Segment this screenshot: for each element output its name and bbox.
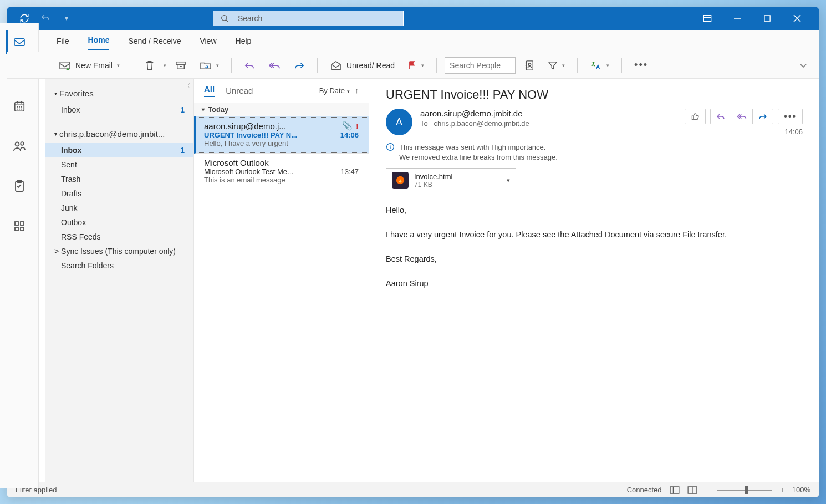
sort-direction-icon[interactable]: ↑	[355, 86, 359, 95]
ribbon-display-icon[interactable]	[701, 14, 714, 22]
folder-item-drafts[interactable]: Drafts	[45, 186, 193, 201]
folder-item-search-folders[interactable]: Search Folders	[45, 258, 193, 273]
reply-action-button[interactable]	[710, 109, 731, 124]
undo-icon[interactable]	[39, 13, 52, 23]
reply-button[interactable]	[239, 59, 259, 72]
archive-button[interactable]	[171, 58, 191, 73]
svg-point-5	[15, 142, 19, 146]
menu-file[interactable]: File	[57, 32, 69, 50]
filter-unread-tab[interactable]: Unread	[226, 86, 253, 95]
svg-point-16	[528, 63, 531, 65]
menu-help[interactable]: Help	[236, 32, 252, 50]
flag-icon	[408, 60, 417, 70]
forward-button[interactable]	[289, 59, 309, 72]
folder-item-sent[interactable]: Sent	[45, 157, 193, 172]
forward-icon	[294, 61, 305, 70]
message-list-pane: All Unread By Date ▾ ↑ ▾ Today aaron.sir…	[194, 79, 369, 482]
attachment-dropdown-icon[interactable]: ▾	[507, 177, 510, 184]
folder-pane: 〈 ▾Favorites Inbox 1 ▾chris.p.bacon@demo…	[45, 79, 194, 482]
maximize-icon[interactable]	[761, 14, 774, 22]
svg-rect-14	[176, 62, 185, 64]
ribbon: New Email ▾ ▾ ▾ Unread/ Read	[7, 52, 819, 79]
view-normal-icon[interactable]	[670, 486, 680, 494]
collapse-folders-icon[interactable]: 〈	[185, 82, 190, 90]
menu-view[interactable]: View	[200, 32, 216, 50]
info-icon	[386, 142, 395, 151]
zoom-slider[interactable]	[717, 490, 772, 491]
new-email-button[interactable]: New Email ▾	[54, 58, 124, 73]
reply-all-icon	[268, 61, 281, 70]
calendar-rail-icon[interactable]	[7, 94, 32, 119]
attachment-icon: 📎	[342, 121, 353, 131]
collapse-ribbon-icon[interactable]	[799, 63, 812, 68]
tasks-rail-icon[interactable]	[7, 174, 32, 198]
search-people-input[interactable]	[445, 57, 516, 74]
attachment-card[interactable]: Invoice.html 71 KB ▾	[386, 168, 516, 192]
menu-home[interactable]: Home	[88, 31, 110, 50]
reply-all-action-button[interactable]	[731, 109, 752, 124]
sync-icon[interactable]	[18, 13, 31, 23]
search-icon	[220, 14, 229, 23]
move-folder-icon	[200, 60, 212, 70]
sort-by-button[interactable]: By Date ▾	[319, 86, 350, 95]
more-options-button[interactable]: •••	[630, 57, 652, 73]
status-bar: Filter applied Connected − + 100%	[7, 482, 819, 497]
flag-button[interactable]: ▾	[404, 58, 429, 73]
minimize-icon[interactable]	[731, 14, 744, 22]
more-apps-rail-icon[interactable]	[7, 214, 32, 238]
menu-bar: File Home Send / Receive View Help	[7, 30, 819, 52]
delete-button[interactable]	[140, 58, 159, 73]
translate-button[interactable]: ▾	[585, 58, 614, 73]
filter-email-button[interactable]: ▾	[543, 58, 569, 73]
svg-point-6	[21, 142, 24, 145]
svg-rect-3	[14, 39, 24, 46]
svg-rect-9	[15, 222, 18, 225]
move-button[interactable]: ▾	[195, 58, 223, 73]
more-actions-button[interactable]: •••	[778, 109, 803, 124]
reply-all-button[interactable]	[264, 59, 285, 72]
qat-dropdown-icon[interactable]: ▾	[60, 14, 73, 22]
svg-rect-19	[670, 486, 679, 493]
message-item[interactable]: Microsoft OutlookMicrosoft Outlook Test …	[194, 154, 369, 190]
favorites-header[interactable]: ▾Favorites	[45, 84, 193, 103]
forward-action-button[interactable]	[752, 109, 773, 124]
delete-dropdown[interactable]: ▾	[164, 63, 166, 68]
email-time: 14:06	[784, 128, 803, 136]
filter-icon	[548, 60, 558, 70]
address-book-button[interactable]	[520, 58, 539, 73]
unread-read-button[interactable]: Unread/ Read	[325, 58, 399, 73]
folder-item-rss-feeds[interactable]: RSS Feeds	[45, 230, 193, 244]
global-search[interactable]: Search	[213, 11, 404, 26]
sender-avatar: A	[386, 109, 412, 135]
importance-icon: !	[356, 121, 359, 131]
zoom-out-icon[interactable]: −	[705, 486, 710, 494]
close-icon[interactable]	[791, 14, 804, 22]
people-rail-icon[interactable]	[7, 134, 32, 159]
folder-item-sync-issues-this-computer-only-[interactable]: > Sync Issues (This computer only)	[45, 244, 193, 258]
zoom-in-icon[interactable]: +	[780, 486, 784, 494]
folder-item-trash[interactable]: Trash	[45, 172, 193, 186]
like-button[interactable]	[685, 109, 706, 124]
folder-item-junk[interactable]: Junk	[45, 201, 193, 215]
mail-rail-icon[interactable]	[7, 30, 30, 54]
folder-item-inbox[interactable]: Inbox1	[45, 143, 193, 157]
message-item[interactable]: aaron.sirup@demo.j...📎!URGENT Invoice!!!…	[194, 116, 369, 154]
svg-rect-13	[60, 62, 70, 69]
archive-icon	[175, 60, 186, 70]
folder-favorites-inbox[interactable]: Inbox 1	[45, 103, 193, 117]
svg-rect-12	[21, 227, 24, 231]
envelope-open-icon	[330, 60, 342, 70]
filter-all-tab[interactable]: All	[204, 84, 215, 97]
trash-icon	[145, 60, 155, 71]
attachment-file-icon	[392, 172, 409, 189]
date-group-today[interactable]: ▾ Today	[194, 103, 369, 116]
new-email-icon	[59, 60, 71, 70]
reading-pane: URGENT Invoice!!! PAY NOW A aaron.sirup@…	[369, 79, 819, 482]
menu-send-receive[interactable]: Send / Receive	[128, 32, 181, 50]
info-banner: This message was sent with High importan…	[386, 142, 803, 162]
account-header[interactable]: ▾chris.p.bacon@demo.jmbit...	[45, 125, 193, 143]
folder-item-outbox[interactable]: Outbox	[45, 215, 193, 230]
recipient-email: chris.p.bacon@demo.jmbit.de	[434, 119, 529, 128]
address-book-icon	[524, 60, 534, 71]
view-reading-icon[interactable]	[687, 486, 697, 494]
